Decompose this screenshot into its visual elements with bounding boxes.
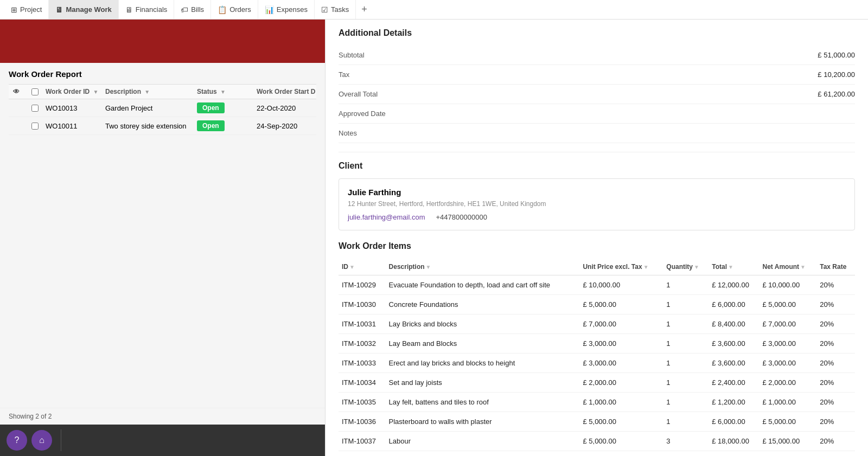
item-id-5: ITM-10034 — [339, 373, 386, 393]
item-tax-6: 20% — [816, 393, 855, 412]
select-all-checkbox[interactable] — [31, 88, 39, 95]
item-tax-5: 20% — [816, 373, 855, 393]
nav-icon-bills: 🏷 — [181, 5, 188, 14]
item-qty-2: 1 — [663, 314, 709, 334]
items-header-row: ID▼ Description▼ Unit Price excl. Tax▼ Q… — [339, 259, 855, 275]
item-total-1: £ 6,000.00 — [709, 295, 759, 314]
item-tax-1: 20% — [816, 295, 855, 314]
work-order-table-header: 👁 Work Order ID ▼ Description ▼ Status ▼ — [9, 84, 316, 99]
nav-item-project[interactable]: ⊞Project — [4, 0, 49, 19]
item-price-7: £ 5,000.00 — [579, 412, 663, 432]
list-item: ITM-10029 Evacuate Foundation to depth, … — [339, 275, 855, 295]
item-net-5: £ 2,000.00 — [760, 373, 817, 393]
client-contact: julie.farthing@email.com +447800000000 — [348, 213, 846, 221]
list-item: ITM-10035 Lay felt, battens and tiles to… — [339, 393, 855, 412]
item-price-2: £ 7,000.00 — [579, 314, 663, 334]
item-id-0: ITM-10029 — [339, 275, 386, 295]
item-qty-4: 1 — [663, 354, 709, 373]
item-net-6: £ 1,000.00 — [760, 393, 817, 412]
nav-icon-tasks: ☑ — [321, 5, 328, 14]
item-price-6: £ 1,000.00 — [579, 393, 663, 412]
th-net-sort[interactable]: ▼ — [800, 264, 806, 270]
nav-label-financials: Financials — [136, 5, 168, 14]
nav-label-orders: Orders — [229, 5, 251, 14]
client-card: Julie Farthing 12 Hunter Street, Hertfor… — [339, 178, 855, 230]
item-net-1: £ 5,000.00 — [760, 295, 817, 314]
row-id-1: WO10011 — [46, 122, 105, 130]
notes-label: Notes — [339, 129, 447, 137]
th-qty-sort[interactable]: ▼ — [694, 264, 699, 270]
th-desc-sort[interactable]: ▼ — [426, 264, 431, 270]
home-icon-button[interactable]: ⌂ — [31, 430, 52, 451]
item-price-4: £ 3,000.00 — [579, 354, 663, 373]
desc-sort-icon[interactable]: ▼ — [144, 89, 150, 95]
item-id-2: ITM-10031 — [339, 314, 386, 334]
id-sort-icon[interactable]: ▼ — [93, 89, 98, 95]
item-price-5: £ 2,000.00 — [579, 373, 663, 393]
item-id-7: ITM-10036 — [339, 412, 386, 432]
nav-label-expenses: Expenses — [277, 5, 308, 14]
item-net-8: £ 15,000.00 — [760, 432, 817, 451]
client-email[interactable]: julie.farthing@email.com — [348, 213, 425, 221]
nav-item-tasks[interactable]: ☑Tasks — [315, 0, 356, 19]
item-desc-6: Lay felt, battens and tiles to roof — [386, 393, 580, 412]
row-date-1: 24-Sep-2020 — [257, 122, 316, 130]
row-checkbox-0[interactable] — [31, 105, 39, 112]
client-phone: +447800000000 — [436, 213, 487, 221]
nav-item-manage-work[interactable]: 🖥Manage Work — [49, 0, 118, 19]
th-total: Total▼ — [709, 259, 759, 275]
nav-item-financials[interactable]: 🖥Financials — [119, 0, 175, 19]
row-checkbox-1[interactable] — [31, 123, 39, 130]
nav-item-orders[interactable]: 📋Orders — [211, 0, 258, 19]
list-item: ITM-10031 Lay Bricks and blocks £ 7,000.… — [339, 314, 855, 334]
item-total-6: £ 1,200.00 — [709, 393, 759, 412]
nav-add-button[interactable]: + — [356, 4, 373, 15]
table-row[interactable]: WO10011 Two storey side extension Open 2… — [9, 117, 316, 135]
item-desc-2: Lay Bricks and blocks — [386, 314, 580, 334]
nav-item-bills[interactable]: 🏷Bills — [174, 0, 211, 19]
nav-icon-project: ⊞ — [11, 5, 17, 14]
work-order-rows: WO10013 Garden Project Open 22-Oct-2020 … — [9, 99, 316, 135]
item-desc-8: Labour — [386, 432, 580, 451]
approved-date-row: Approved Date — [339, 104, 855, 124]
th-total-sort[interactable]: ▼ — [728, 264, 733, 270]
additional-details-title: Additional Details — [339, 28, 855, 38]
item-qty-5: 1 — [663, 373, 709, 393]
th-id-sort[interactable]: ▼ — [349, 264, 355, 270]
item-desc-1: Concrete Foundations — [386, 295, 580, 314]
item-desc-5: Set and lay joists — [386, 373, 580, 393]
overall-total-row: Overall Total £ 61,200.00 — [339, 85, 855, 104]
nav-item-expenses[interactable]: 📊Expenses — [258, 0, 315, 19]
item-tax-8: 20% — [816, 432, 855, 451]
item-id-4: ITM-10033 — [339, 354, 386, 373]
nav-icon-manage-work: 🖥 — [55, 5, 63, 14]
item-qty-7: 1 — [663, 412, 709, 432]
left-panel: Work Order Report 👁 Work Order ID ▼ Desc… — [0, 20, 326, 456]
status-sort-icon[interactable]: ▼ — [220, 89, 226, 95]
item-desc-3: Lay Beam and Blocks — [386, 334, 580, 354]
row-desc-1: Two storey side extension — [105, 122, 197, 130]
list-item: ITM-10030 Concrete Foundations £ 5,000.0… — [339, 295, 855, 314]
work-order-section: Work Order Report 👁 Work Order ID ▼ Desc… — [0, 63, 325, 408]
item-price-0: £ 10,000.00 — [579, 275, 663, 295]
items-table-body: ITM-10029 Evacuate Foundation to depth, … — [339, 275, 855, 451]
item-qty-6: 1 — [663, 393, 709, 412]
item-price-8: £ 5,000.00 — [579, 432, 663, 451]
tax-row: Tax £ 10,200.00 — [339, 65, 855, 85]
help-icon-button[interactable]: ? — [7, 430, 27, 451]
item-total-7: £ 6,000.00 — [709, 412, 759, 432]
subtotal-value: £ 51,000.00 — [447, 51, 855, 59]
date-col-header: Work Order Start D — [257, 88, 316, 95]
status-col-header: Status ▼ — [197, 88, 257, 95]
item-total-2: £ 8,400.00 — [709, 314, 759, 334]
item-tax-7: 20% — [816, 412, 855, 432]
item-qty-8: 3 — [663, 432, 709, 451]
item-qty-3: 1 — [663, 334, 709, 354]
work-order-items-table: ID▼ Description▼ Unit Price excl. Tax▼ Q… — [339, 259, 855, 451]
th-unit-price: Unit Price excl. Tax▼ — [579, 259, 663, 275]
table-row[interactable]: WO10013 Garden Project Open 22-Oct-2020 — [9, 99, 316, 117]
th-price-sort[interactable]: ▼ — [643, 264, 649, 270]
nav-label-manage-work: Manage Work — [66, 5, 111, 14]
status-badge-1: Open — [197, 120, 225, 131]
item-id-6: ITM-10035 — [339, 393, 386, 412]
